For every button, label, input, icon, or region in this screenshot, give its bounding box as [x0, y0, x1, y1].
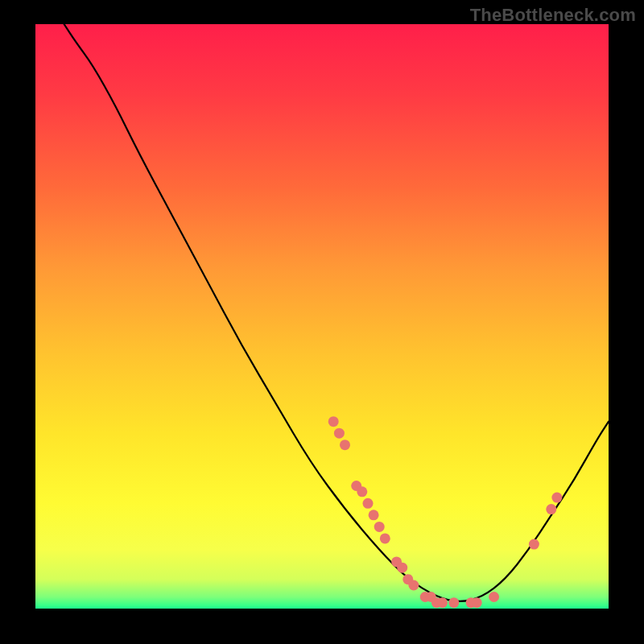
data-point: [397, 563, 407, 573]
data-point: [472, 597, 482, 608]
watermark: TheBottleneck.com: [470, 5, 636, 26]
data-point: [334, 428, 345, 439]
data-point: [380, 533, 390, 543]
data-point: [448, 597, 459, 608]
chart-container: TheBottleneck.com: [0, 0, 644, 644]
data-point: [489, 592, 499, 602]
data-point: [369, 510, 379, 520]
plot-area: [35, 24, 609, 609]
chart-svg: [35, 24, 609, 609]
data-point: [529, 539, 539, 550]
data-point: [328, 416, 339, 427]
data-point: [340, 440, 350, 450]
data-point: [363, 498, 374, 509]
data-point: [374, 522, 385, 532]
data-point: [551, 493, 562, 503]
data-point: [437, 597, 448, 608]
data-point: [357, 486, 367, 497]
data-point: [546, 504, 556, 514]
gradient-background: [35, 24, 609, 609]
data-point: [408, 580, 419, 591]
